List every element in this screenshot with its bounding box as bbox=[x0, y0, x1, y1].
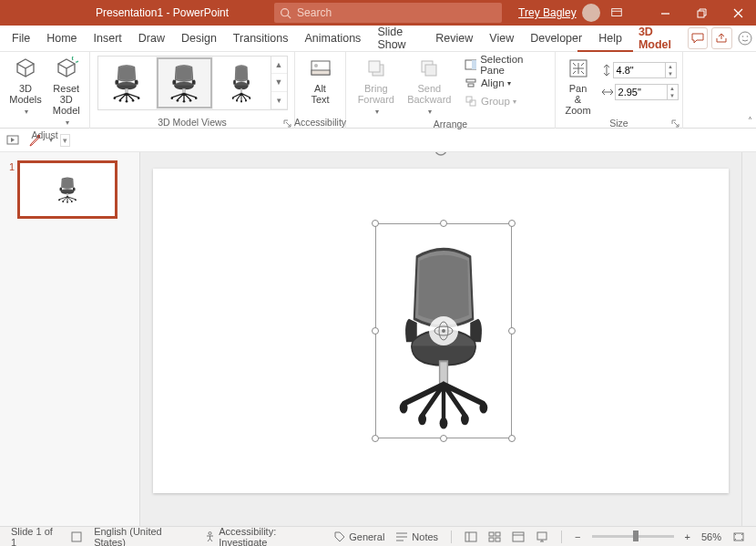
pan-zoom-icon bbox=[566, 56, 591, 81]
ribbon-display-button[interactable] bbox=[600, 0, 633, 26]
resize-handle[interactable] bbox=[372, 327, 379, 335]
reset-3d-button[interactable]: Reset 3D Model bbox=[47, 54, 86, 129]
tab-insert[interactable]: Insert bbox=[86, 26, 130, 51]
tag-icon bbox=[334, 531, 345, 542]
bring-forward-label: Bring Forward bbox=[356, 83, 396, 105]
close-button[interactable] bbox=[720, 0, 756, 26]
group-icon bbox=[465, 95, 477, 108]
tab-review[interactable]: Review bbox=[427, 26, 481, 51]
3d-models-label: 3D Models bbox=[9, 83, 41, 105]
send-backward-icon bbox=[416, 56, 442, 81]
titlebar: Presentation1 - PowerPoint Search Trey B… bbox=[0, 0, 756, 26]
tab-draw[interactable]: Draw bbox=[130, 26, 173, 51]
zoom-slider[interactable] bbox=[592, 535, 674, 538]
svg-rect-44 bbox=[537, 532, 547, 540]
view-thumb-2[interactable] bbox=[156, 57, 213, 109]
vertical-scrollbar[interactable] bbox=[741, 152, 756, 526]
general-status[interactable]: General bbox=[329, 531, 390, 542]
zoom-out-button[interactable]: − bbox=[569, 531, 586, 542]
gallery-scroll[interactable]: ▲▼▾ bbox=[271, 57, 287, 109]
notes-button[interactable]: Notes bbox=[390, 531, 444, 542]
search-icon bbox=[280, 7, 291, 19]
svg-rect-42 bbox=[513, 532, 524, 541]
3d-views-gallery[interactable]: ▲▼▾ bbox=[97, 56, 288, 110]
tab-slideshow[interactable]: Slide Show bbox=[369, 26, 427, 51]
resize-handle[interactable] bbox=[440, 220, 447, 227]
svg-rect-39 bbox=[495, 532, 500, 536]
rotate-handle[interactable] bbox=[433, 152, 449, 161]
svg-rect-23 bbox=[470, 100, 475, 106]
resize-handle[interactable] bbox=[508, 327, 516, 335]
svg-rect-15 bbox=[369, 61, 380, 72]
svg-rect-12 bbox=[312, 70, 330, 75]
group-button[interactable]: Group▾ bbox=[461, 92, 550, 110]
pan-zoom-button[interactable]: Pan & Zoom bbox=[559, 54, 596, 118]
svg-point-32 bbox=[209, 532, 211, 535]
reading-view-button[interactable] bbox=[506, 531, 530, 542]
reset-3d-label: Reset 3D Model bbox=[53, 83, 80, 116]
tab-3dmodel[interactable]: 3D Model bbox=[630, 26, 684, 51]
notes-icon bbox=[395, 531, 408, 542]
user-account[interactable]: Trey Bagley bbox=[518, 4, 600, 22]
slide-canvas[interactable] bbox=[140, 152, 741, 526]
zoom-in-button[interactable]: + bbox=[679, 531, 696, 542]
resize-handle[interactable] bbox=[372, 435, 379, 442]
tab-home[interactable]: Home bbox=[38, 26, 85, 51]
zoom-level[interactable]: 56% bbox=[696, 531, 727, 542]
slide-number: 1 bbox=[9, 161, 15, 172]
smiley-icon bbox=[738, 31, 752, 46]
slideshow-button[interactable] bbox=[530, 531, 554, 542]
slide-indicator[interactable]: Slide 1 of 1 bbox=[5, 526, 65, 547]
tab-file[interactable]: File bbox=[4, 26, 38, 51]
tab-view[interactable]: View bbox=[481, 26, 522, 51]
cube-icon bbox=[13, 56, 38, 81]
align-button[interactable]: Align▾ bbox=[461, 74, 550, 92]
tab-help[interactable]: Help bbox=[590, 26, 630, 51]
selection-box[interactable] bbox=[375, 223, 512, 438]
svg-point-30 bbox=[442, 329, 445, 333]
spell-check-icon[interactable] bbox=[65, 531, 88, 543]
search-placeholder: Search bbox=[297, 6, 332, 19]
accessibility-status[interactable]: Accessibility: Investigate bbox=[199, 526, 329, 547]
comments-button[interactable] bbox=[688, 27, 709, 49]
bring-forward-button[interactable]: Bring Forward bbox=[351, 54, 402, 118]
share-button[interactable] bbox=[711, 27, 732, 49]
send-backward-button[interactable]: Send Backward bbox=[402, 54, 457, 118]
fit-to-window-button[interactable] bbox=[727, 531, 751, 542]
svg-rect-19 bbox=[472, 60, 476, 69]
normal-view-button[interactable] bbox=[459, 531, 483, 542]
width-field[interactable]: 2.95" ▲▼ bbox=[600, 83, 679, 101]
slide-thumbnail-1[interactable] bbox=[18, 161, 117, 218]
minimize-button[interactable] bbox=[647, 0, 683, 26]
dialog-launcher-icon[interactable] bbox=[283, 119, 292, 129]
collapse-ribbon-button[interactable]: ˄ bbox=[748, 116, 752, 126]
slide[interactable] bbox=[153, 169, 729, 493]
height-field[interactable]: 4.8" ▲▼ bbox=[600, 61, 679, 79]
orbit-control[interactable] bbox=[429, 316, 458, 345]
search-box[interactable]: Search bbox=[274, 3, 502, 23]
resize-handle[interactable] bbox=[440, 435, 447, 442]
resize-handle[interactable] bbox=[508, 435, 516, 442]
selection-pane-button[interactable]: Selection Pane bbox=[461, 56, 550, 74]
dialog-launcher-icon[interactable] bbox=[671, 119, 680, 129]
feedback-button[interactable] bbox=[738, 28, 752, 48]
svg-rect-36 bbox=[465, 532, 476, 541]
language-indicator[interactable]: English (United States) bbox=[88, 526, 199, 547]
slide-thumbnail-panel[interactable]: 1 bbox=[0, 152, 140, 526]
tab-transitions[interactable]: Transitions bbox=[225, 26, 297, 51]
svg-rect-5 bbox=[698, 11, 704, 17]
view-thumb-3[interactable] bbox=[213, 57, 271, 109]
resize-handle[interactable] bbox=[372, 220, 379, 227]
resize-handle[interactable] bbox=[508, 220, 516, 227]
ribbon-tabs: File Home Insert Draw Design Transitions… bbox=[0, 26, 756, 51]
alt-text-button[interactable]: Alt Text bbox=[301, 54, 340, 107]
svg-point-0 bbox=[281, 8, 289, 15]
orbit-icon bbox=[432, 319, 455, 343]
tab-developer[interactable]: Developer bbox=[522, 26, 590, 51]
restore-button[interactable] bbox=[683, 0, 720, 26]
tab-animations[interactable]: Animations bbox=[297, 26, 370, 51]
sorter-view-button[interactable] bbox=[483, 531, 506, 542]
tab-design[interactable]: Design bbox=[173, 26, 225, 51]
3d-models-button[interactable]: 3D Models bbox=[4, 54, 46, 118]
view-thumb-1[interactable] bbox=[98, 57, 156, 109]
